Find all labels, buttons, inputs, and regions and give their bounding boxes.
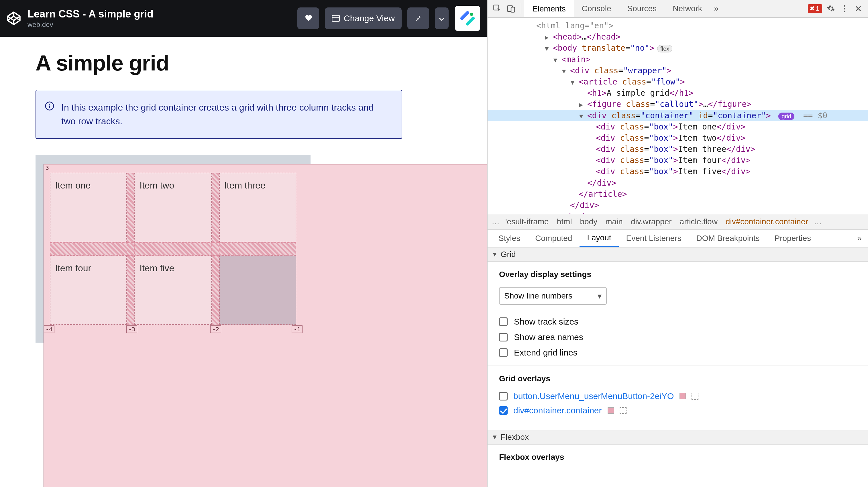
grid-gap xyxy=(127,255,134,325)
overlay-settings-title: Overlay display settings xyxy=(499,270,857,279)
dom-node[interactable]: <div class="box">Item one</div> xyxy=(488,121,868,132)
subtab-computed[interactable]: Computed xyxy=(528,230,580,247)
grid-col-label: -3 xyxy=(126,326,137,333)
subtab-properties[interactable]: Properties xyxy=(767,230,818,247)
breadcrumb-item[interactable]: div.wrapper xyxy=(627,216,676,227)
grid-cell: Item two xyxy=(134,173,211,242)
selected-trail: == $0 xyxy=(803,111,827,120)
breadcrumb-item[interactable]: body xyxy=(576,216,601,227)
tab-sources[interactable]: Sources xyxy=(619,0,664,17)
dom-node[interactable]: <h1>A simple grid</h1> xyxy=(488,87,868,98)
breadcrumb-item[interactable]: main xyxy=(601,216,627,227)
dom-node[interactable]: ▼<div class="wrapper"> xyxy=(488,65,868,76)
breadcrumb-item[interactable]: 'esult-iframe xyxy=(501,216,553,227)
color-swatch[interactable] xyxy=(680,393,686,399)
heart-button[interactable] xyxy=(297,7,319,29)
inspect-icon[interactable] xyxy=(492,3,503,14)
svg-point-5 xyxy=(49,104,50,105)
grid-gap xyxy=(212,255,219,325)
tabs-overflow[interactable]: » xyxy=(710,0,723,17)
grid-col-label: -2 xyxy=(210,326,221,333)
grid-pill[interactable]: grid xyxy=(778,113,794,120)
subpane-tabs: Styles Computed Layout Event Listeners D… xyxy=(488,230,868,247)
pin-button[interactable] xyxy=(407,7,429,29)
kebab-icon[interactable] xyxy=(839,3,850,14)
dom-node[interactable]: ▼<body translate="no">flex xyxy=(488,42,868,54)
dom-node[interactable]: </article> xyxy=(488,188,868,200)
tab-elements[interactable]: Elements xyxy=(524,0,574,17)
svg-point-10 xyxy=(844,8,845,9)
overlay-row: button.UserMenu_userMenuButton-2eiYO xyxy=(499,391,857,401)
grid-cell: Item five xyxy=(134,255,211,325)
dom-node[interactable]: <div class="box">Item three</div> xyxy=(488,144,868,155)
subtab-eventlisteners[interactable]: Event Listeners xyxy=(619,230,689,247)
grid-section-header[interactable]: ▼ Grid xyxy=(488,247,868,262)
breadcrumb-item[interactable]: html xyxy=(553,216,576,227)
dom-node[interactable]: ▶<figure class="callout">…</figure> xyxy=(488,98,868,110)
codepen-pane: Learn CSS - A simple grid web.dev Change… xyxy=(0,0,487,487)
subtabs-overflow[interactable]: » xyxy=(854,230,865,247)
pin-dropdown-button[interactable] xyxy=(435,7,448,29)
subtab-layout[interactable]: Layout xyxy=(580,230,619,247)
checkbox-track-sizes[interactable] xyxy=(499,317,507,326)
overlay-options-icon[interactable] xyxy=(620,407,626,414)
dom-node-selected[interactable]: ⋯ ▼<div class="container" id="container"… xyxy=(488,110,868,121)
close-icon[interactable] xyxy=(852,3,864,14)
dom-node[interactable]: ▼<main> xyxy=(488,54,868,65)
flex-pill[interactable]: flex xyxy=(657,45,672,53)
devtools-pane: Elements Console Sources Network » ✖ 1 <… xyxy=(487,0,868,487)
color-swatch[interactable] xyxy=(608,407,614,414)
dom-node[interactable]: ▶<head>…</head> xyxy=(488,31,868,42)
svg-point-11 xyxy=(844,10,845,12)
checkbox-area-names[interactable] xyxy=(499,333,507,341)
overlay-selector[interactable]: button.UserMenu_userMenuButton-2eiYO xyxy=(513,391,674,401)
dom-tree[interactable]: <html lang="en"> ▶<head>…</head> ▼<body … xyxy=(488,18,868,214)
pen-title: Learn CSS - A simple grid xyxy=(28,8,153,20)
breadcrumb-item-current[interactable]: div#container.container xyxy=(722,216,812,227)
breadcrumb-item[interactable]: article.flow xyxy=(676,216,722,227)
subtab-dombreakpoints[interactable]: DOM Breakpoints xyxy=(689,230,767,247)
line-numbers-select[interactable]: Show line numbers ▾ xyxy=(499,287,607,305)
disclosure-triangle-icon: ▼ xyxy=(492,251,498,258)
error-badge[interactable]: ✖ 1 xyxy=(808,4,822,13)
grid-gap xyxy=(134,242,211,255)
codepen-logo-icon xyxy=(6,10,22,26)
gear-icon[interactable] xyxy=(825,3,836,14)
flexbox-section-title: Flexbox xyxy=(501,433,529,442)
dom-node[interactable]: </main> xyxy=(488,211,868,214)
subtab-styles[interactable]: Styles xyxy=(491,230,528,247)
dom-node[interactable]: </div> xyxy=(488,200,868,211)
error-icon: ✖ xyxy=(810,5,815,12)
disclosure-triangle-icon: ▼ xyxy=(492,433,498,441)
grid-demo: 1 2 3 4 -3 -2 -1 1 2 3 -4 -3 -2 -1 I xyxy=(35,155,311,343)
grid-cell: Item one xyxy=(50,173,127,242)
dom-node[interactable]: <div class="box">Item two</div> xyxy=(488,132,868,144)
checkbox-extend-lines[interactable] xyxy=(499,348,507,357)
devtools-toolbar: Elements Console Sources Network » ✖ 1 xyxy=(488,0,868,18)
svg-point-9 xyxy=(844,5,845,7)
overlay-options-icon[interactable] xyxy=(691,393,699,400)
device-toggle-icon[interactable] xyxy=(505,3,517,14)
flexbox-section-header[interactable]: ▼ Flexbox xyxy=(488,430,868,445)
breadcrumb-overflow[interactable]: … xyxy=(490,217,501,226)
grid-gap xyxy=(127,242,134,255)
dom-node[interactable]: <html lang="en"> xyxy=(488,20,868,31)
change-view-button[interactable]: Change View xyxy=(325,7,402,29)
tab-network[interactable]: Network xyxy=(664,0,710,17)
dom-node[interactable]: ▼<article class="flow"> xyxy=(488,76,868,87)
change-view-label: Change View xyxy=(344,13,395,23)
avatar-button[interactable] xyxy=(455,6,480,31)
grid-gap xyxy=(219,242,296,255)
dom-node[interactable]: <div class="box">Item five</div> xyxy=(488,166,868,177)
overlay-row: div#container.container xyxy=(499,406,857,415)
dom-node[interactable]: </div> xyxy=(488,177,868,188)
breadcrumb-overflow[interactable]: … xyxy=(812,217,824,226)
overlay-checkbox[interactable] xyxy=(499,392,507,400)
topbar: Learn CSS - A simple grid web.dev Change… xyxy=(0,0,487,37)
dom-node[interactable]: <div class="box">Item four</div> xyxy=(488,155,868,166)
pin-icon xyxy=(415,13,422,23)
grid-cell-empty xyxy=(219,255,296,325)
tab-console[interactable]: Console xyxy=(574,0,619,17)
overlay-checkbox[interactable] xyxy=(499,406,507,415)
overlay-selector[interactable]: div#container.container xyxy=(513,406,602,415)
